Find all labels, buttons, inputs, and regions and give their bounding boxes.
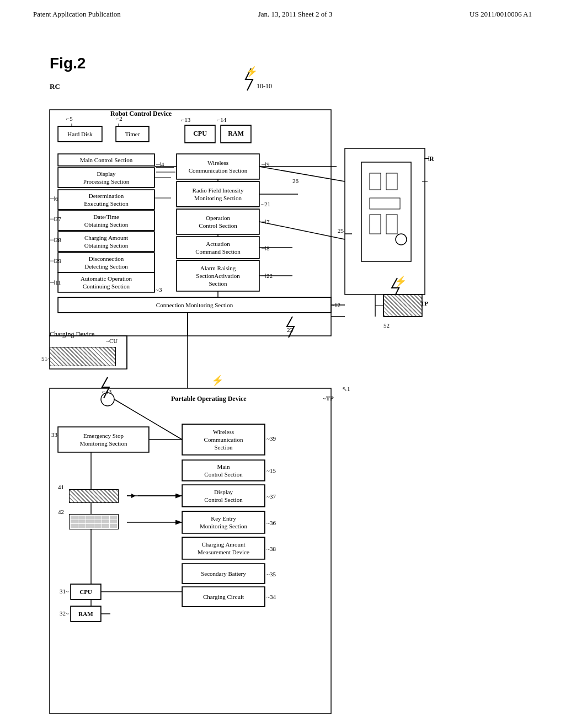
num38-label: ~38: [266, 545, 276, 552]
lightning-bottom: ⚡: [211, 374, 223, 387]
keyboard-grid-box: [69, 514, 119, 529]
tp-bottom-label: ~TP: [323, 395, 334, 402]
rc-label: RC: [50, 82, 60, 91]
num4-label: ⊣4: [156, 161, 164, 168]
svg-line-42: [259, 167, 345, 181]
radio-field-box: Radio Field Intensity Monitoring Section: [177, 181, 259, 207]
charging-amount2-box: Charging Amount Measurement Device: [182, 537, 265, 559]
num37-label: ~37: [266, 493, 276, 500]
num51-label: 51~: [41, 355, 51, 362]
lightning-tp: ⚡: [395, 275, 407, 287]
svg-rect-23: [370, 215, 381, 234]
num9-label: ⊣9: [261, 161, 270, 168]
auto-operation-box: Automatic Operation Continuing Section: [58, 272, 154, 292]
display-hatch-box: [69, 489, 119, 503]
disconnection-box: Disconnection Detecting Section: [58, 253, 154, 272]
num1-label: ↖1: [342, 386, 350, 393]
header-left: Patent Application Publication: [33, 10, 121, 19]
num41-label: 41: [58, 484, 64, 490]
num27-label: ⊣27: [50, 216, 61, 223]
svg-rect-18: [345, 148, 425, 295]
connection-monitoring-box: Connection Monitoring Section: [58, 297, 331, 313]
diagram-area: Fig.2: [0, 24, 565, 719]
num33-label: 33: [51, 431, 57, 438]
num39-label: ~39: [266, 435, 276, 442]
num26-label: 26: [292, 178, 299, 184]
num10-label: 10-10: [257, 82, 272, 90]
num6-label: ⊣6: [50, 195, 58, 202]
num11-label: ⊣11: [50, 279, 61, 286]
portable-device-label: Portable Operating Device: [171, 395, 247, 403]
svg-rect-20: [370, 173, 381, 190]
svg-rect-19: [361, 162, 411, 261]
wireless-comm2-box: Wireless Communication Section: [182, 424, 265, 455]
num12-label: ~12: [331, 302, 340, 308]
display-control-box: Display Control Section: [182, 485, 265, 507]
ram-top-box: RAM: [221, 125, 251, 143]
svg-rect-22: [370, 198, 400, 209]
emergency-stop-box: Emergency Stop Monitoring Section: [58, 427, 149, 452]
num25-label: 25: [338, 227, 344, 234]
svg-line-43: [259, 222, 345, 239]
num42-label: 42: [58, 508, 64, 515]
num15-label: ~15: [266, 467, 276, 474]
num13-label: ⌐13: [181, 116, 190, 123]
determination-box: Determination Executing Section: [58, 190, 154, 210]
num32-label: 32~: [60, 610, 69, 617]
main-control2-box: Main Control Section: [182, 460, 265, 481]
cpu-top-box: CPU: [185, 125, 215, 143]
num29-label: ⊣29: [50, 258, 61, 265]
page-header: Patent Application Publication Jan. 13, …: [0, 0, 565, 24]
num8-label: ⊣8: [261, 245, 270, 252]
num7-label: ⊣7: [261, 218, 270, 226]
num22-label: ⊣22: [261, 272, 273, 280]
num14-label: ⌐14: [217, 116, 226, 123]
tp-top-box: [383, 295, 422, 317]
operation-control-box: Operation Control Section: [177, 209, 259, 234]
fig-label: Fig.2: [50, 55, 86, 72]
cpu-bottom-box: CPU: [71, 584, 101, 599]
secondary-battery-box: Secondary Battery: [182, 564, 265, 584]
lightning-top: ⚡: [246, 66, 258, 78]
svg-point-25: [396, 234, 407, 245]
tp-top-label: TP: [420, 300, 428, 307]
num28-label: ⊣28: [50, 237, 61, 244]
charging-device-label: Charging Device: [50, 330, 94, 339]
actuation-cmd-box: Actuation Command Section: [177, 237, 259, 259]
svg-rect-24: [386, 215, 397, 234]
alarm-raising-box: Alarm Raising SectionActivation Section: [177, 260, 259, 291]
main-control-box: Main Control Section: [58, 154, 154, 166]
hard-disk-box: Hard Disk: [58, 126, 102, 142]
cu-label: ~CU: [106, 338, 118, 344]
charging-device-hatch-box: [50, 347, 116, 366]
datetime-box: Date/Time Obtaining Section: [58, 211, 154, 231]
num36-label: ~36: [266, 520, 276, 526]
key-entry-box: Key Entry Monitoring Section: [182, 511, 265, 533]
num23-label: 23: [287, 326, 293, 333]
header-right: US 2011/0010006 A1: [470, 10, 532, 19]
svg-rect-21: [386, 173, 397, 190]
timer-box: Timer: [116, 126, 149, 142]
num5-label: ⌐5: [66, 115, 73, 122]
ram-bottom-box: RAM: [71, 606, 101, 622]
num34-label: ~34: [266, 593, 276, 600]
charging-amount-box: Charging Amount Obtaining Section: [58, 232, 154, 251]
charging-circuit-box: Charging Circuit: [182, 587, 265, 607]
num31-label: 31~: [60, 588, 69, 595]
header-center: Jan. 13, 2011 Sheet 2 of 3: [258, 10, 333, 19]
num3-label: ~3: [156, 286, 162, 293]
num21-label: ~21: [261, 201, 270, 207]
svg-marker-85: [131, 494, 136, 498]
r-label: ⊣R: [424, 155, 434, 163]
wireless-comm-box: Wireless Communication Section: [177, 154, 259, 179]
display-processing-box: Display Processing Section: [58, 168, 154, 188]
num2-label: ⌐2: [116, 115, 122, 122]
num43-label: ⌐43: [102, 388, 111, 395]
num35-label: ~35: [266, 571, 276, 577]
num52-label: 52: [383, 322, 390, 329]
